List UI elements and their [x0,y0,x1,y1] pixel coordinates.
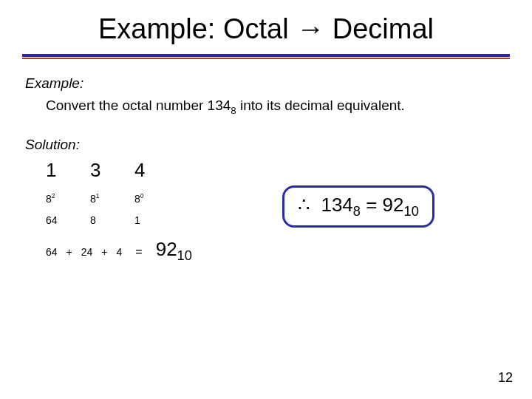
sum-row: 64 + 24 + 4 = 9210 [46,238,507,264]
therefore-box: ∴ 1348 = 9210 [282,185,434,228]
digit-0: 4 [134,159,179,182]
slide-body: Example: Convert the octal number 1348 i… [0,59,532,265]
sum-result: 9210 [156,238,192,264]
sum-term-0: 4 [117,246,123,258]
therefore-eq: = [361,194,383,216]
example-label: Example: [25,75,507,92]
power-2: 82 [46,192,90,205]
weight-0: 1 [134,214,179,226]
power-1: 81 [90,192,134,205]
therefore-icon: ∴ [298,194,310,216]
sum-term-1: 24 [81,246,93,258]
prompt-pre: Convert the octal number 1348 [46,98,236,113]
digit-1: 3 [90,159,134,182]
digit-2: 1 [46,159,90,182]
equals-icon: = [135,245,142,259]
plus-icon: + [66,246,72,258]
weight-2: 64 [46,214,90,226]
prompt-post: into its decimal equivalent. [236,98,405,113]
page-number: 12 [498,370,513,386]
solution-area: 1 3 4 82 81 80 64 8 1 64 + 24 + 4 = 9210 [46,159,507,265]
place-value-grid: 1 3 4 82 81 80 64 8 1 [46,159,507,227]
plus-icon: + [101,246,107,258]
therefore-rhs: 9210 [383,194,419,216]
weight-1: 8 [90,214,134,226]
conversion-prompt: Convert the octal number 1348 into its d… [46,98,507,116]
power-0: 80 [134,192,179,205]
slide-title: Example: Octal → Decimal [0,0,532,52]
sum-term-2: 64 [46,246,58,258]
therefore-lhs: 1348 [321,194,361,216]
solution-label: Solution: [25,137,507,153]
title-rule [22,54,510,59]
